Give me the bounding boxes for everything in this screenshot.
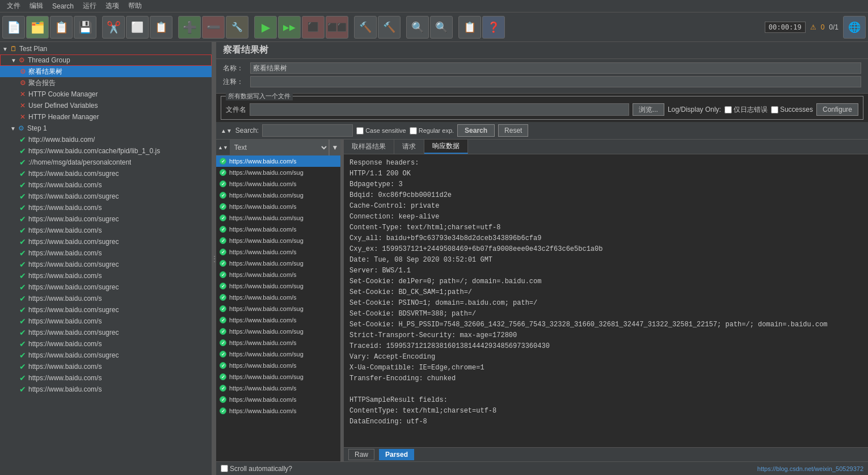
status-link[interactable]: https://blog.csdn.net/weixin_50529372 (757, 465, 863, 472)
open-button[interactable]: 🗂️ (26, 16, 49, 39)
result-item[interactable]: ✓ https://www.baidu.com/s (216, 201, 340, 212)
tree-item-http-13[interactable]: ✔ https://www.baidu.com/sugrec (0, 281, 212, 293)
stop-now-button[interactable]: ⬛⬛ (326, 16, 348, 39)
result-item[interactable]: ✓ https://www.baidu.com/sug (216, 212, 340, 224)
cut-button[interactable]: ✂️ (102, 16, 125, 39)
result-item[interactable]: ✓ https://www.baidu.com/sug (216, 190, 340, 201)
result-item[interactable]: ✓ https://www.baidu.com/sug (216, 258, 340, 269)
result-item[interactable]: ✓ https://www.baidu.com/sug (216, 280, 340, 292)
tab-response-data[interactable]: 响应数据 (424, 140, 468, 154)
tree-item-http-22[interactable]: ✔ https://www.baidu.com/s (0, 384, 212, 395)
result-item[interactable]: ✓ https://www.baidu.com/s (216, 314, 340, 326)
result-item[interactable]: ✓ https://www.baidu.com/sug (216, 326, 340, 337)
search-button[interactable]: Search (457, 124, 495, 137)
result-item[interactable]: ✓ https://www.baidu.com/s (216, 178, 340, 190)
tree-item-http-11[interactable]: ✔ https://www.baidu.com/sugrec (0, 259, 212, 270)
tab-sampler-result[interactable]: 取样器结果 (344, 140, 394, 154)
tree-item-http-6[interactable]: ✔ https://www.baidu.com/s (0, 202, 212, 213)
regular-exp-label[interactable]: Regular exp. (410, 127, 454, 134)
tree-item-testplan[interactable]: ▼ 🗒 Test Plan (0, 43, 212, 54)
result-item[interactable]: ✓ https://www.baidu.com/s (216, 394, 340, 405)
tree-item-http-10[interactable]: ✔ https://www.baidu.com/s (0, 247, 212, 259)
tree-item-http-2[interactable]: ✔ ://home/msg/data/personalcontent (0, 157, 212, 168)
tree-item-http-1[interactable]: ✔ https://www.baidu.com/cache/fpid/lib_1… (0, 145, 212, 157)
menu-file[interactable]: 文件 (2, 0, 25, 12)
case-sensitive-label[interactable]: Case sensitive (356, 127, 406, 134)
tree-area[interactable]: ▼ 🗒 Test Plan ▼ ⚙ Thread Group ⚙ 察看结果树 ⚙… (0, 42, 212, 475)
menu-run[interactable]: 运行 (78, 0, 101, 12)
results-dropdown[interactable]: Text Text JSON XML HTML (230, 140, 329, 155)
help-button[interactable]: ❓ (482, 16, 505, 39)
errors-checkbox-label[interactable]: 仅日志错误 (724, 105, 768, 115)
errors-checkbox[interactable] (724, 106, 732, 114)
name-input[interactable] (250, 62, 861, 74)
tab-request[interactable]: 请求 (394, 140, 424, 154)
tree-item-http-4[interactable]: ✔ https://www.baidu.com/s (0, 179, 212, 191)
results-list[interactable]: ✓ https://www.baidu.com/s ✓ https://www.… (216, 155, 340, 461)
result-item[interactable]: ✓ https://www.baidu.com/sug (216, 235, 340, 246)
save-button[interactable]: 💾 (74, 16, 96, 39)
tree-item-http-19[interactable]: ✔ https://www.baidu.com/sugrec (0, 350, 212, 361)
add-button[interactable]: ➕ (178, 16, 201, 39)
reset-button[interactable]: Reset (498, 124, 528, 137)
comment-input[interactable] (250, 76, 861, 87)
result-item[interactable]: ✓ https://www.baidu.com/sug (216, 167, 340, 178)
result-item[interactable]: ✓ https://www.baidu.com/s (216, 269, 340, 280)
tree-item-http-7[interactable]: ✔ https://www.baidu.com/sugrec (0, 213, 212, 225)
build-alt-button[interactable]: 🔨 (378, 16, 401, 39)
tree-item-threadgroup[interactable]: ▼ ⚙ Thread Group (0, 54, 212, 66)
start-no-pause-button[interactable]: ▶▶ (278, 16, 301, 39)
result-item[interactable]: ✓ https://www.baidu.com/s (216, 337, 340, 348)
connect-button[interactable]: 🌐 (843, 16, 866, 39)
result-item[interactable]: ✓ https://www.baidu.com/sug (216, 371, 340, 382)
result-item[interactable]: ✓ https://www.baidu.com/sug (216, 348, 340, 360)
tab-raw[interactable]: Raw (348, 449, 374, 460)
dropdown-arrow[interactable]: ▼ (329, 140, 340, 155)
search-input[interactable] (262, 124, 353, 137)
remove-button[interactable]: ➖ (202, 16, 225, 39)
browse-button[interactable]: 浏览... (633, 103, 664, 116)
successes-checkbox[interactable] (771, 106, 778, 114)
tree-item-http-16[interactable]: ✔ https://www.baidu.com/s (0, 316, 212, 327)
result-item[interactable]: ✓ https://www.baidu.com/s (216, 405, 340, 417)
menu-help[interactable]: 帮助 (124, 0, 146, 12)
tree-item-http-20[interactable]: ✔ https://www.baidu.com/s (0, 361, 212, 372)
tree-item-step1[interactable]: ▼ ⚙ Step 1 (0, 123, 212, 134)
tree-item-http-0[interactable]: ✔ http://www.baidu.com/ (0, 134, 212, 145)
paste-button[interactable]: 📋 (150, 16, 172, 39)
menu-edit[interactable]: 编辑 (25, 0, 48, 12)
copy-button[interactable]: ⬜ (126, 16, 149, 39)
case-sensitive-checkbox[interactable] (356, 127, 364, 134)
new-button[interactable]: 📄 (2, 16, 25, 39)
search-toolbar-button[interactable]: 🔍 (406, 16, 429, 39)
result-item[interactable]: ✓ https://www.baidu.com/s (216, 224, 340, 235)
tree-item-http-9[interactable]: ✔ https://www.baidu.com/sugrec (0, 236, 212, 247)
configure-button[interactable]: Configure (816, 103, 858, 116)
tree-item-cookie[interactable]: ✕ HTTP Cookie Manager (0, 89, 212, 100)
build-button[interactable]: 🔨 (354, 16, 377, 39)
scroll-auto-label[interactable]: Scroll automatically? (221, 465, 292, 473)
stop-button[interactable]: ⬛ (302, 16, 325, 39)
tree-item-http-14[interactable]: ✔ https://www.baidu.com/s (0, 293, 212, 304)
tree-item-http-21[interactable]: ✔ https://www.baidu.com/s (0, 372, 212, 384)
tree-item-http-18[interactable]: ✔ https://www.baidu.com/s (0, 338, 212, 350)
result-item[interactable]: ✓ https://www.baidu.com/s (216, 382, 340, 394)
regular-exp-checkbox[interactable] (410, 127, 417, 134)
tree-item-http-5[interactable]: ✔ https://www.baidu.com/sugrec (0, 191, 212, 202)
result-item[interactable]: ✓ https://www.baidu.com/s (216, 155, 340, 167)
result-item[interactable]: ✓ https://www.baidu.com/s (216, 292, 340, 303)
menu-options[interactable]: 选项 (101, 0, 124, 12)
scroll-auto-checkbox[interactable] (221, 465, 228, 472)
menu-search[interactable]: Search (48, 1, 78, 11)
tree-item-header[interactable]: ✕ HTTP Header Manager (0, 111, 212, 123)
tree-item-http-8[interactable]: ✔ https://www.baidu.com/s (0, 225, 212, 236)
result-item[interactable]: ✓ https://www.baidu.com/s (216, 246, 340, 258)
successes-checkbox-label[interactable]: Successes (771, 106, 813, 114)
result-item[interactable]: ✓ https://www.baidu.com/sug (216, 303, 340, 314)
tree-item-viewer[interactable]: ⚙ 察看结果树 (0, 66, 212, 77)
tree-item-http-17[interactable]: ✔ https://www.baidu.com/sugrec (0, 327, 212, 338)
report-button[interactable]: 📋 (458, 16, 481, 39)
file-input[interactable] (250, 103, 629, 116)
search-alt-button[interactable]: 🔍 (430, 16, 453, 39)
tree-item-http-12[interactable]: ✔ https://www.baidu.com/s (0, 270, 212, 281)
